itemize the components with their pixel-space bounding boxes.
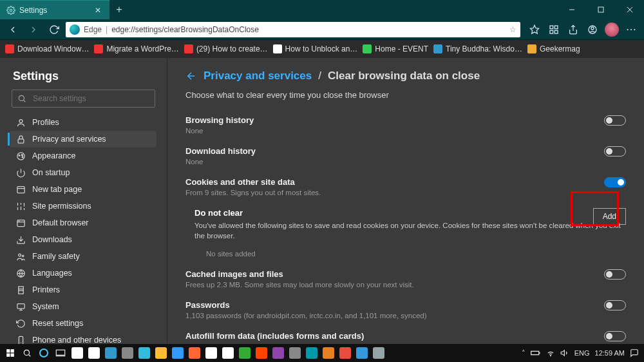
globe-icon	[15, 268, 26, 278]
sidebar-item[interactable]: New tab page	[10, 181, 156, 198]
extensions-button[interactable]	[583, 21, 601, 39]
bookmark-item[interactable]: How to Unblock an…	[273, 44, 358, 53]
taskbar-app[interactable]	[120, 345, 135, 361]
svg-point-12	[591, 27, 594, 30]
favicon	[273, 44, 282, 53]
taskbar-app[interactable]	[103, 345, 118, 361]
sidebar-item-label: Site permissions	[32, 202, 91, 211]
taskbar-app[interactable]	[204, 345, 219, 361]
taskbar-app[interactable]	[354, 345, 370, 361]
refresh-button[interactable]	[45, 21, 63, 39]
taskbar-app[interactable]	[287, 345, 303, 361]
sidebar-item[interactable]: Profiles	[10, 114, 156, 131]
taskbar-app[interactable]	[270, 345, 286, 361]
sidebar-item[interactable]: Appearance	[10, 148, 156, 164]
toggle-browsing-history[interactable]	[604, 115, 626, 126]
sidebar-item[interactable]: Reset settings	[10, 315, 156, 332]
back-button[interactable]	[4, 21, 22, 39]
new-tab-button[interactable]: +	[109, 0, 129, 19]
tray-sound-icon[interactable]	[560, 348, 569, 357]
browser-toolbar: Edge | edge://settings/clearBrowsingData…	[0, 19, 644, 40]
sidebar-item-label: Downloads	[32, 235, 72, 244]
toggle-cookies[interactable]	[604, 177, 626, 187]
breadcrumb-back-icon[interactable]	[185, 70, 197, 82]
address-bar[interactable]: Edge | edge://settings/clearBrowsingData…	[66, 22, 520, 37]
bookmark-item[interactable]: Geekermag	[527, 44, 580, 53]
toggle-passwords[interactable]	[604, 300, 626, 310]
taskbar-app[interactable]	[153, 345, 169, 361]
edge-icon	[70, 24, 80, 35]
menu-button[interactable]: ⋯	[622, 21, 640, 39]
system-icon	[15, 301, 26, 312]
setting-cookies: Cookies and other site data From 9 sites…	[185, 173, 626, 204]
close-button[interactable]	[615, 0, 644, 19]
svg-rect-48	[6, 354, 10, 357]
setting-autofill: Autofill form data (includes forms and c…	[185, 327, 626, 344]
sidebar-item[interactable]: Phone and other devices	[10, 332, 156, 344]
sidebar-item[interactable]: Languages	[10, 265, 156, 281]
tray-notifications-icon[interactable]	[630, 348, 639, 357]
bookmark-item[interactable]: Tiny Buddha: Wisdo…	[433, 44, 522, 53]
address-url: edge://settings/clearBrowsingDataOnClose	[111, 25, 506, 34]
sidebar-item[interactable]: On startup	[10, 164, 156, 181]
taskview-button[interactable]	[53, 345, 68, 361]
toggle-autofill[interactable]	[604, 331, 626, 341]
favorite-icon[interactable]: ☆	[509, 25, 516, 34]
sidebar-item[interactable]: Site permissions	[10, 198, 156, 214]
svg-marker-58	[561, 350, 564, 356]
toggle-cached[interactable]	[604, 269, 626, 280]
maximize-button[interactable]	[586, 0, 615, 19]
svg-point-35	[22, 255, 24, 257]
taskbar-app[interactable]	[187, 345, 202, 361]
breadcrumb-parent[interactable]: Privacy and services	[204, 70, 312, 82]
tab-icon	[15, 184, 26, 195]
taskbar-app[interactable]	[254, 345, 269, 361]
sidebar-item[interactable]: Downloads	[10, 231, 156, 248]
sidebar-item[interactable]: Printers	[10, 281, 156, 298]
taskbar-app[interactable]	[321, 345, 336, 361]
sidebar-item[interactable]: Family safety	[10, 248, 156, 265]
svg-line-14	[24, 100, 26, 102]
favorites-button[interactable]	[526, 21, 544, 39]
taskbar-app[interactable]	[137, 345, 152, 361]
browser-tab[interactable]: Settings ✕	[0, 0, 109, 19]
sidebar-item[interactable]: Default browser	[10, 214, 156, 231]
start-button[interactable]	[3, 345, 18, 361]
bookmark-item[interactable]: Migrate a WordPre…	[94, 44, 178, 53]
forward-button[interactable]	[24, 21, 43, 39]
taskbar-app[interactable]	[371, 345, 386, 361]
cortana-button[interactable]	[36, 345, 52, 361]
tray-battery-icon[interactable]	[531, 350, 541, 356]
tray-wifi-icon[interactable]	[546, 348, 555, 357]
taskbar-app[interactable]	[237, 345, 252, 361]
taskbar-app[interactable]	[170, 345, 185, 361]
bookmark-item[interactable]: (29) How to create…	[184, 44, 268, 53]
taskbar-app[interactable]	[86, 345, 102, 361]
taskbar-app[interactable]	[220, 345, 236, 361]
taskbar-app[interactable]	[337, 345, 353, 361]
taskbar-app[interactable]	[304, 345, 319, 361]
share-button[interactable]	[564, 21, 582, 39]
sidebar-search-input[interactable]	[32, 93, 149, 104]
breadcrumb: Privacy and services / Clear browsing da…	[185, 70, 626, 82]
toggle-download-history[interactable]	[604, 146, 626, 157]
bookmark-item[interactable]: Download Window…	[5, 44, 89, 53]
phone-icon	[15, 335, 26, 344]
add-button[interactable]: Add	[593, 208, 626, 225]
tray-clock[interactable]: 12:59 AM	[595, 349, 625, 357]
sidebar-item[interactable]: System	[10, 298, 156, 315]
reset-icon	[15, 318, 26, 329]
bookmark-item[interactable]: Home - EVENT	[363, 44, 428, 53]
profile-button[interactable]	[603, 21, 621, 39]
tray-language[interactable]: ENG	[574, 349, 590, 357]
tab-close-button[interactable]: ✕	[93, 5, 103, 15]
sidebar-item[interactable]: Privacy and services	[10, 131, 156, 148]
sidebar-title: Settings	[13, 70, 156, 83]
taskbar-app[interactable]	[70, 345, 85, 361]
sidebar-search[interactable]	[12, 90, 155, 108]
tray-up-icon[interactable]: ˄	[522, 349, 526, 357]
collections-button[interactable]	[545, 21, 563, 39]
minimize-button[interactable]	[557, 0, 586, 19]
search-button[interactable]	[19, 345, 35, 361]
window-controls	[557, 0, 644, 19]
